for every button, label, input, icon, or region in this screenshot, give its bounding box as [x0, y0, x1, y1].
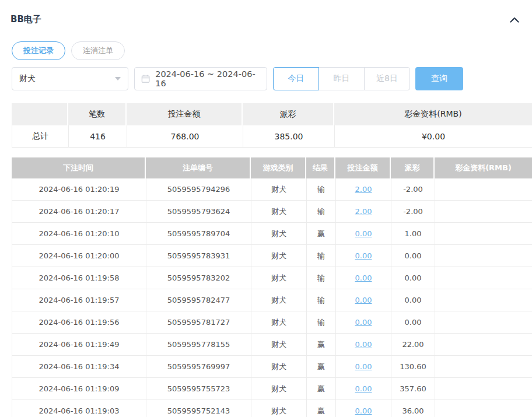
table-row: 2024-06-16 01:19:035059595752143财犬赢0.003…: [12, 400, 532, 417]
quick-range-last8days[interactable]: 近8日: [364, 67, 410, 90]
table-row: 2024-06-16 01:20:175059595793624财犬输2.00-…: [12, 201, 532, 223]
cell-time: 2024-06-16 01:19:03: [12, 400, 146, 417]
bet-amount-link[interactable]: 0.00: [355, 229, 372, 238]
cell-payout: 0.00: [391, 267, 435, 289]
summary-header-cell: 彩金资料(RMB): [334, 103, 532, 125]
cell-payout: 130.60: [391, 356, 435, 377]
cell-result: 输: [307, 178, 336, 200]
quick-range-group: 今日 昨日 近8日: [273, 67, 410, 90]
bet-amount-link[interactable]: 0.00: [355, 318, 372, 327]
bet-records-panel: BB电子 投注记录 连消注单 财犬 2024-06-16 ~ 2024-0: [0, 0, 532, 417]
cell-payout: 1.00: [391, 223, 435, 244]
records-table-header: 下注时间注单编号游戏类别结果投注金额派彩彩金资料(RMB): [12, 157, 532, 178]
records-header-cell: 下注时间: [12, 157, 146, 178]
collapse-button[interactable]: [508, 13, 522, 26]
bet-amount-link[interactable]: 0.00: [355, 296, 372, 304]
cell-order-no: 5059595769997: [146, 356, 251, 377]
cell-bonus: [435, 267, 532, 289]
cell-bonus: [435, 334, 532, 355]
cell-result: 输: [307, 201, 336, 222]
summary-total-cell: ¥0.00: [335, 125, 532, 147]
tab-bet-records[interactable]: 投注记录: [12, 41, 65, 60]
cell-order-no: 5059595789704: [146, 223, 251, 244]
page-title: BB电子: [10, 14, 41, 25]
cell-bet-amount: 0.00: [336, 334, 391, 355]
cell-game: 财犬: [251, 245, 307, 267]
cell-bet-amount: 2.00: [336, 201, 391, 222]
cell-order-no: 5059595783202: [146, 267, 251, 289]
cell-bonus: [435, 178, 532, 200]
cell-bet-amount: 0.00: [336, 400, 391, 417]
cell-order-no: 5059595794296: [146, 178, 251, 200]
search-button[interactable]: 查询: [415, 67, 463, 90]
table-row: 2024-06-16 01:20:195059595794296财犬输2.00-…: [12, 178, 532, 201]
cell-order-no: 5059595781727: [146, 311, 251, 333]
cell-bonus: [435, 223, 532, 244]
cell-game: 财犬: [251, 356, 307, 377]
records-header-cell: 彩金资料(RMB): [435, 157, 532, 178]
filter-bar: 财犬 2024-06-16 ~ 2024-06-16 今日 昨日 近8日 查询: [12, 67, 532, 90]
cell-game: 财犬: [251, 311, 307, 333]
cell-game: 财犬: [251, 267, 307, 289]
cell-game: 财犬: [251, 289, 307, 311]
cell-time: 2024-06-16 01:19:56: [12, 311, 146, 333]
cell-game: 财犬: [251, 201, 307, 222]
tab-label: 连消注单: [83, 45, 113, 56]
summary-total-row: 总计416768.00385.00¥0.00: [12, 125, 532, 148]
cell-time: 2024-06-16 01:19:57: [12, 289, 146, 311]
cell-payout: 357.60: [391, 378, 435, 400]
cell-game: 财犬: [251, 178, 307, 200]
cell-bonus: [435, 289, 532, 311]
summary-header-cell: 派彩: [243, 103, 334, 125]
cell-bonus: [435, 400, 532, 417]
cell-bet-amount: 0.00: [336, 311, 391, 333]
calendar-icon: [141, 74, 150, 83]
summary-header-cell: 笔数: [68, 103, 127, 125]
table-row: 2024-06-16 01:19:575059595782477财犬输0.000…: [12, 289, 532, 311]
quick-range-today[interactable]: 今日: [273, 67, 319, 90]
cell-game: 财犬: [251, 378, 307, 400]
tab-cancelled-orders[interactable]: 连消注单: [71, 41, 125, 60]
bet-amount-link[interactable]: 0.00: [355, 362, 372, 371]
records-header-cell: 游戏类别: [251, 157, 306, 178]
records-header-cell: 投注金额: [335, 157, 391, 178]
cell-bet-amount: 2.00: [336, 178, 391, 200]
cell-bonus: [435, 311, 532, 333]
cell-result: 输: [307, 267, 336, 289]
cell-order-no: 5059595752143: [146, 400, 251, 417]
quick-range-yesterday[interactable]: 昨日: [318, 67, 365, 90]
game-select[interactable]: 财犬: [12, 67, 128, 90]
cell-payout: -2.00: [391, 201, 435, 222]
cell-game: 财犬: [251, 223, 307, 244]
bet-amount-link[interactable]: 2.00: [355, 185, 372, 194]
cell-bonus: [435, 201, 532, 222]
cell-bet-amount: 0.00: [336, 245, 391, 267]
table-row: 2024-06-16 01:19:495059595778155财犬赢0.002…: [12, 334, 532, 356]
date-range-input[interactable]: 2024-06-16 ~ 2024-06-16: [134, 67, 267, 90]
summary-total-cell: 总计: [12, 125, 69, 147]
cell-result: 输: [307, 311, 336, 333]
cell-payout: 22.00: [391, 334, 435, 355]
cell-order-no: 5059595778155: [146, 334, 251, 355]
bet-amount-link[interactable]: 0.00: [355, 251, 372, 260]
cell-time: 2024-06-16 01:19:49: [12, 334, 146, 355]
quick-range-label: 昨日: [334, 73, 350, 84]
table-row: 2024-06-16 01:19:095059595755723财犬赢0.003…: [12, 378, 532, 400]
bet-amount-link[interactable]: 0.00: [355, 407, 372, 415]
records-table-body: 2024-06-16 01:20:195059595794296财犬输2.00-…: [12, 178, 532, 417]
cell-game: 财犬: [251, 400, 307, 417]
bet-amount-link[interactable]: 2.00: [355, 207, 372, 216]
bet-amount-link[interactable]: 0.00: [355, 274, 372, 282]
table-row: 2024-06-16 01:19:585059595783202财犬输0.000…: [12, 267, 532, 289]
summary-header-cell: 投注金额: [127, 103, 243, 125]
table-row: 2024-06-16 01:20:105059595789704财犬赢0.001…: [12, 223, 532, 245]
cell-bet-amount: 0.00: [336, 267, 391, 289]
bet-amount-link[interactable]: 0.00: [355, 384, 372, 393]
cell-payout: 36.00: [391, 400, 435, 417]
cell-bonus: [435, 356, 532, 377]
cell-bet-amount: 0.00: [336, 223, 391, 244]
bet-amount-link[interactable]: 0.00: [355, 340, 372, 349]
cell-time: 2024-06-16 01:19:34: [12, 356, 146, 377]
cell-result: 输: [307, 245, 336, 267]
cell-bonus: [435, 378, 532, 400]
